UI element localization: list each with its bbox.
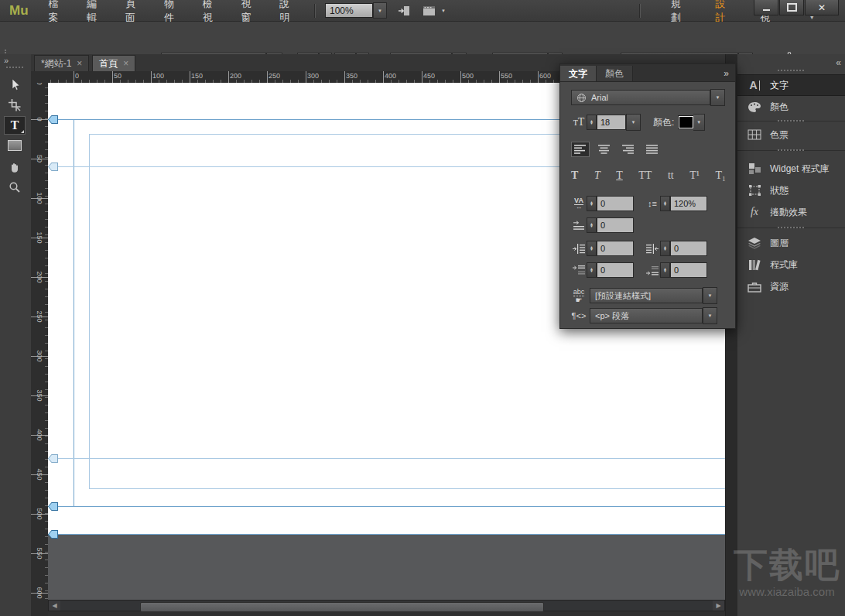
paragraph-tag-dropdown-button[interactable] — [703, 307, 717, 324]
panel-font-dropdown-button[interactable] — [710, 89, 725, 106]
horizontal-scrollbar[interactable]: ◀ ▶ — [48, 600, 725, 611]
paragraph-tag-combobox[interactable]: <p> 段落 — [590, 308, 703, 323]
font-size-dropdown-button[interactable] — [626, 114, 641, 131]
first-line-indent-spinner[interactable] — [587, 217, 597, 233]
page-edge-guide[interactable] — [74, 119, 74, 507]
left-indent-field[interactable]: 0 — [597, 241, 634, 256]
font-size-spinner[interactable] — [587, 115, 597, 130]
scroll-right-arrow[interactable]: ▶ — [713, 601, 724, 611]
workspace-mode-button[interactable]: 規劃 — [658, 0, 703, 25]
panel-group-grip[interactable] — [778, 120, 804, 121]
go-to-page-icon[interactable] — [398, 5, 412, 17]
panel-font-combobox[interactable]: Arial — [571, 90, 710, 105]
space-before-spinner[interactable] — [587, 262, 597, 278]
text-style-button[interactable]: tt — [668, 169, 674, 182]
document-tab[interactable]: 首頁 — [92, 55, 135, 71]
link-style-combobox[interactable]: [預設連結樣式] — [590, 288, 703, 303]
sidebar-item-widget-library[interactable]: Widget 程式庫 — [737, 158, 845, 180]
tool-strip: » T — [0, 54, 32, 616]
zoom-dropdown-button[interactable] — [373, 2, 387, 19]
space-before-icon — [571, 265, 587, 275]
footer-guide[interactable] — [48, 458, 725, 459]
align-justify-button[interactable] — [643, 142, 662, 157]
panel-tab-color[interactable]: 顏色 — [597, 66, 633, 81]
space-after-spinner[interactable] — [660, 262, 670, 278]
panel-group-grip[interactable] — [778, 149, 804, 151]
text-style-button[interactable]: TT — [638, 169, 652, 182]
hand-tool-button[interactable] — [4, 158, 26, 176]
sidebar-item-scroll-effects[interactable]: fx 捲動效果 — [737, 201, 845, 223]
first-line-indent-field[interactable]: 0 — [597, 217, 634, 233]
right-indent-field[interactable]: 0 — [670, 241, 707, 256]
page-bottom-guide[interactable] — [48, 506, 725, 507]
expand-panel-icon[interactable]: » — [4, 56, 7, 65]
tracking-field[interactable]: 0 — [597, 196, 634, 211]
sidebar-item-assets[interactable]: 資源 — [737, 275, 845, 297]
menu-item[interactable]: 視窗 — [231, 0, 269, 25]
right-indent-spinner[interactable] — [660, 241, 670, 256]
text-tool-button[interactable]: T — [4, 116, 26, 135]
link-style-dropdown-button[interactable] — [703, 287, 717, 304]
tracking-spinner[interactable] — [587, 196, 597, 211]
guide-handle[interactable] — [48, 115, 58, 124]
text-style-button[interactable]: T₁ — [716, 169, 726, 182]
sidebar-item-library[interactable]: 程式庫 — [737, 254, 845, 275]
text-color-swatch[interactable] — [679, 116, 693, 128]
panel-tab-text[interactable]: 文字 — [560, 66, 597, 81]
panel-group-grip[interactable] — [778, 227, 804, 228]
browser-bottom-guide[interactable] — [48, 534, 725, 535]
menu-item[interactable]: 物件 — [154, 0, 193, 25]
paragraph-tag-icon: ¶<> — [571, 311, 587, 320]
zoom-tool-button[interactable] — [4, 178, 26, 197]
rectangle-tool-button[interactable] — [4, 136, 26, 155]
text-style-button[interactable]: T — [616, 169, 623, 182]
sidebar-item-color[interactable]: 顏色 — [737, 96, 845, 118]
scroll-left-arrow[interactable]: ◀ — [49, 601, 60, 611]
document-tab[interactable]: *網站-1 — [34, 55, 89, 71]
align-center-button[interactable] — [595, 142, 614, 157]
guide-handle[interactable] — [48, 163, 58, 171]
panel-group-grip[interactable] — [778, 70, 804, 71]
zoom-input[interactable]: 100% — [325, 3, 373, 18]
font-size-field[interactable]: 18 — [597, 115, 626, 130]
ruler-label: 50 — [32, 151, 47, 166]
tab-close-icon[interactable] — [123, 59, 128, 68]
minimize-button[interactable] — [754, 0, 778, 15]
screen-mode-icon[interactable]: ▼ — [422, 5, 446, 17]
sidebar-item-states[interactable]: 狀態 — [737, 180, 845, 201]
left-indent-spinner[interactable] — [587, 241, 597, 256]
menu-item[interactable]: 編輯 — [77, 0, 115, 25]
tab-close-icon[interactable] — [77, 59, 82, 68]
guide-handle[interactable] — [48, 454, 58, 463]
collapse-panels-icon[interactable]: « — [836, 57, 840, 68]
text-style-button[interactable]: T — [594, 169, 600, 182]
menu-item[interactable]: 檢視 — [193, 0, 231, 25]
space-after-field[interactable]: 0 — [670, 262, 707, 278]
menu-item[interactable]: 說明 — [269, 0, 308, 25]
space-before-field[interactable]: 0 — [597, 262, 634, 278]
close-button[interactable]: ✕ — [805, 0, 839, 15]
leading-spinner[interactable] — [660, 196, 670, 211]
guide-handle[interactable] — [48, 502, 58, 511]
text-style-button[interactable]: T¹ — [689, 169, 700, 182]
ruler-label: 100 — [32, 190, 47, 206]
menu-item[interactable]: 頁面 — [115, 0, 154, 25]
sidebar-item-swatches[interactable]: 色票 — [737, 124, 845, 145]
text-color-dropdown-button[interactable] — [693, 114, 705, 131]
menu-item[interactable]: 檔案 — [39, 0, 77, 25]
sidebar-item-layers[interactable]: 圖層 — [737, 232, 845, 254]
text-style-button[interactable]: T — [571, 169, 578, 182]
selection-tool-button[interactable] — [4, 76, 26, 94]
maximize-button[interactable] — [779, 0, 804, 15]
ruler-label: 200 — [230, 72, 241, 80]
ruler-label: 550 — [32, 546, 47, 561]
sidebar-item-text[interactable]: A 文字 — [737, 74, 845, 96]
workspace-mode-button[interactable]: 設計 — [702, 0, 747, 25]
tool-strip-grip[interactable] — [6, 67, 23, 68]
crop-tool-button[interactable] — [4, 96, 26, 115]
panel-collapse-icon[interactable]: » — [724, 68, 735, 81]
align-left-button[interactable] — [571, 142, 590, 157]
widget-library-icon — [746, 163, 763, 175]
align-right-button[interactable] — [619, 142, 638, 157]
leading-field[interactable]: 120% — [670, 196, 707, 211]
